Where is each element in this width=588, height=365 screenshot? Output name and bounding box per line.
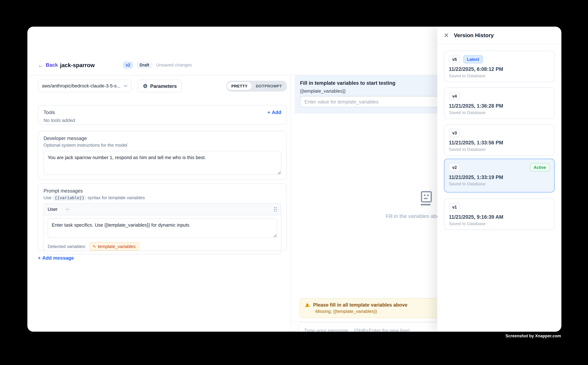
version-status: Saved to Database [449,182,550,186]
variable-syntax-chip: {{variable}} [53,195,86,201]
chevron-down-icon [66,208,69,211]
version-date: 11/22/2025, 6:08:12 PM [449,66,550,72]
pencil-icon: ✎ [92,244,96,249]
parameters-label: Parameters [150,83,177,89]
version-date: 11/21/2025, 1:33:19 PM [449,175,550,180]
version-chip: v2 [449,163,460,172]
developer-message-textarea[interactable]: You are jack sparrow number 1, respond a… [44,151,281,175]
version-chip: v4 [449,92,460,100]
parameters-button[interactable]: ⚙ Parameters [138,80,182,92]
detected-variables-row: Detected variables: ✎ template_variables [44,242,281,254]
toggle-option-dotprompt[interactable]: DOTPROMPT [252,82,286,90]
prompt-messages-card: Prompt messages Use {{variable}} syntax … [38,183,287,251]
app-window: ← Back jack-sparrow v2 Draft Unsaved cha… [28,27,561,332]
developer-message-subtitle: Optional system instructions for the mod… [44,142,281,148]
screenshot-canvas: ← Back jack-sparrow v2 Draft Unsaved cha… [0,0,588,365]
version-date: 11/21/2025, 9:16:39 AM [449,214,550,220]
version-card-v3[interactable]: v3 11/21/2025, 1:33:56 PM Saved to Datab… [444,124,555,156]
plus-icon: + [38,255,41,261]
latest-badge: Latest [463,55,483,63]
toggle-option-pretty[interactable]: PRETTY [227,82,252,90]
page-title: jack-sparrow [60,62,95,68]
tools-card: Tools + Add No tools added [38,105,287,125]
version-date: 11/21/2025, 1:36:28 PM [449,103,550,109]
plus-icon: + [267,110,270,115]
version-chip: v5 [449,55,460,63]
model-selector-value: aws/anthropic/bedrock-claude-3-5-s... [42,83,120,89]
version-status: Saved to Database [449,110,550,115]
add-message-button[interactable]: + Add message [38,255,74,261]
version-history-title: Version History [454,32,494,38]
gear-icon: ⚙ [143,83,147,89]
prompt-messages-subtitle: Use {{variable}} syntax for template var… [44,195,281,200]
version-status: Saved to Database [449,147,550,152]
user-message-textarea[interactable]: Enter task specifics. Use {{template_var… [48,218,277,238]
developer-message-card: Developer message Optional system instru… [38,131,287,180]
version-history-panel: ✕ Version History v5 Latest 11/22/2025, … [437,27,561,332]
message-body: Enter task specifics. Use {{template_var… [44,215,281,242]
version-chip: v1 [449,203,460,211]
unsaved-changes-text: Unsaved changes [156,62,192,68]
warning-icon [304,302,310,307]
draft-badge: Draft [137,61,152,69]
robot-icon [418,190,434,208]
version-chip: v3 [449,129,460,137]
prompt-message-block: User Enter task sp [44,203,281,254]
version-history-header: ✕ Version History [437,27,561,44]
back-arrow-icon: ← [38,62,43,68]
prompt-messages-title: Prompt messages [44,188,281,194]
version-date: 11/21/2025, 1:33:56 PM [449,140,550,146]
version-status: Saved to Database [449,74,550,78]
drag-handle-icon[interactable] [274,207,277,212]
add-tool-button[interactable]: + Add [267,110,281,115]
tools-title: Tools [44,110,55,115]
version-card-v5[interactable]: v5 Latest 11/22/2025, 6:08:12 PM Saved t… [444,51,555,82]
version-card-v2[interactable]: v2 Active 11/21/2025, 1:33:19 PM Saved t… [444,159,555,193]
watermark-text: Screenshot by Xnapper.com [505,334,561,338]
prompt-editor-panel: aws/anthropic/bedrock-claude-3-5-s... ⚙ … [28,75,291,332]
template-variable-chip[interactable]: ✎ template_variables [89,242,139,251]
chevron-down-icon [124,85,127,87]
active-badge: Active [530,163,550,172]
version-badge: v2 [123,61,133,69]
model-row: aws/anthropic/bedrock-claude-3-5-s... ⚙ … [38,80,287,92]
back-button[interactable]: ← Back [38,62,58,68]
version-status: Saved to Database [449,221,550,226]
format-toggle: PRETTY DOTPROMPT [227,80,287,91]
header-badges: v2 Draft Unsaved changes [123,61,192,69]
back-label: Back [46,62,58,68]
message-role-select[interactable]: User [48,207,57,212]
warning-title: Please fill in all template variables ab… [313,302,408,308]
version-card-v1[interactable]: v1 11/21/2025, 9:16:39 AM Saved to Datab… [444,198,555,230]
tools-empty-text: No tools added [44,118,281,123]
detected-variables-label: Detected variables: [48,244,86,249]
version-card-v4[interactable]: v4 11/21/2025, 1:36:28 PM Saved to Datab… [444,87,555,119]
close-icon[interactable]: ✕ [444,32,449,39]
message-role-header: User [44,204,281,215]
model-selector[interactable]: aws/anthropic/bedrock-claude-3-5-s... [38,80,132,92]
developer-message-title: Developer message [44,135,281,141]
